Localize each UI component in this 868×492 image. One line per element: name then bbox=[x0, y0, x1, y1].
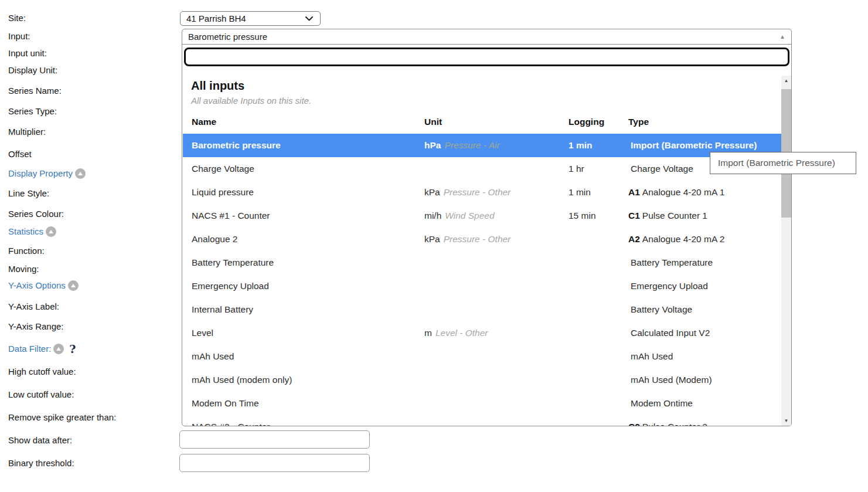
input-row[interactable]: Modem On Time Modem Ontime bbox=[183, 392, 782, 415]
input-unit: kPaPressure - Other bbox=[424, 228, 510, 251]
input-row[interactable]: Emergency Upload Emergency Upload bbox=[183, 274, 782, 298]
input-row[interactable]: Barometric pressure hPaPressure - Air 1 … bbox=[183, 134, 782, 157]
type-name: Emergency Upload bbox=[631, 281, 708, 291]
input-unit: mi/hWind Speed bbox=[424, 204, 495, 228]
input-type: Battery Voltage bbox=[628, 298, 692, 321]
type-name: Analogue 4-20 mA 1 bbox=[642, 187, 724, 197]
section-data-filter[interactable]: Data Filter:? bbox=[8, 342, 76, 355]
section-display-property[interactable]: Display Property bbox=[8, 167, 86, 180]
unit-category: Wind Speed bbox=[445, 211, 494, 220]
section-y-axis-options[interactable]: Y-Axis Options bbox=[8, 279, 79, 292]
input-logging: 1 min bbox=[569, 134, 592, 157]
label-offset: Offset bbox=[8, 148, 32, 161]
input-type: A1Analogue 4-20 mA 1 bbox=[628, 181, 724, 204]
site-select[interactable]: 41 Parrish BH4 bbox=[180, 11, 321, 26]
input-row[interactable]: mAh Used mAh Used bbox=[183, 345, 782, 368]
input-type: mAh Used bbox=[628, 345, 673, 368]
input-row[interactable]: Internal Battery Battery Voltage bbox=[183, 298, 782, 321]
label-input-unit: Input unit: bbox=[8, 47, 47, 60]
label-function: Function: bbox=[8, 245, 45, 257]
type-name: mAh Used (Modem) bbox=[631, 375, 712, 385]
type-prefix: C2 bbox=[628, 422, 640, 426]
label-remove-spike: Remove spike greater than: bbox=[8, 411, 116, 424]
collapse-up-icon[interactable] bbox=[46, 226, 56, 237]
label-y-axis-range: Y-Axis Range: bbox=[8, 320, 64, 333]
label-y-axis-label: Y-Axis Label: bbox=[8, 300, 59, 313]
unit-code: kPa bbox=[424, 234, 440, 244]
list-header-row: Name Unit Logging Type bbox=[183, 110, 782, 134]
input-unit bbox=[424, 368, 428, 392]
input-type: C2Pulse Counter 2 bbox=[628, 415, 707, 426]
input-logging: 15 min bbox=[569, 204, 596, 228]
section-statistics[interactable]: Statistics bbox=[8, 225, 56, 238]
input-type: Battery Temperature bbox=[628, 251, 713, 274]
type-prefix: A1 bbox=[628, 187, 640, 197]
label-low-cutoff: Low cutoff value: bbox=[8, 388, 74, 401]
section-display-property-label: Display Property bbox=[8, 168, 73, 178]
type-name: Charge Voltage bbox=[631, 164, 693, 174]
input-name: NACS #1 - Counter bbox=[192, 204, 270, 228]
column-header-logging: Logging bbox=[569, 110, 604, 134]
input-name: Charge Voltage bbox=[192, 157, 254, 181]
input-type: A2Analogue 4-20 mA 2 bbox=[628, 228, 724, 251]
collapse-up-icon[interactable] bbox=[75, 168, 86, 179]
unit-category: Pressure - Other bbox=[444, 234, 511, 244]
type-prefix: A2 bbox=[628, 234, 640, 244]
input-row[interactable]: Liquid pressure kPaPressure - Other 1 mi… bbox=[183, 181, 782, 204]
column-header-unit: Unit bbox=[424, 110, 442, 134]
type-prefix: C1 bbox=[628, 211, 640, 220]
show-data-after-input[interactable] bbox=[179, 430, 370, 449]
input-row[interactable]: Level mLevel - Other Calculated Input V2 bbox=[183, 321, 782, 345]
unit-category: Pressure - Other bbox=[444, 187, 511, 197]
input-list: Barometric pressure hPaPressure - Air 1 … bbox=[183, 134, 782, 426]
type-name: Calculated Input V2 bbox=[631, 328, 710, 338]
input-unit bbox=[424, 345, 428, 368]
binary-threshold-input[interactable] bbox=[179, 454, 370, 472]
unit-category: Pressure - Air bbox=[444, 140, 499, 150]
unit-code: mi/h bbox=[424, 211, 441, 220]
scrollbar-down-icon[interactable]: ▼ bbox=[781, 416, 791, 426]
section-statistics-label: Statistics bbox=[8, 226, 43, 236]
type-name: mAh Used bbox=[631, 351, 673, 361]
input-name: Analogue 2 bbox=[192, 228, 237, 251]
unit-category: Level - Other bbox=[435, 328, 488, 338]
input-row[interactable]: Analogue 2 kPaPressure - Other A2Analogu… bbox=[183, 228, 782, 251]
input-row[interactable]: Charge Voltage 1 hr Charge Voltage bbox=[183, 157, 782, 181]
input-combobox-value: Barometric pressure bbox=[188, 29, 267, 44]
label-high-cutoff: High cutoff value: bbox=[8, 365, 76, 378]
column-header-name: Name bbox=[192, 110, 216, 134]
unit-code: m bbox=[424, 328, 432, 338]
input-name: Battery Temperature bbox=[192, 251, 274, 274]
input-name: Liquid pressure bbox=[192, 181, 254, 204]
label-input: Input: bbox=[8, 30, 30, 43]
input-row[interactable]: NACS #2 - Counter C2Pulse Counter 2 bbox=[183, 415, 782, 426]
type-name: Pulse Counter 2 bbox=[642, 422, 707, 426]
input-unit: mLevel - Other bbox=[424, 321, 488, 345]
section-y-axis-options-label: Y-Axis Options bbox=[8, 280, 66, 290]
input-row[interactable]: mAh Used (modem only) mAh Used (Modem) bbox=[183, 368, 782, 392]
label-line-style: Line Style: bbox=[8, 187, 49, 200]
input-unit bbox=[424, 392, 428, 415]
input-search-field[interactable] bbox=[184, 47, 789, 66]
label-series-type: Series Type: bbox=[8, 105, 57, 118]
label-moving: Moving: bbox=[8, 263, 39, 276]
input-type: mAh Used (Modem) bbox=[628, 368, 712, 392]
list-scrollbar[interactable]: ▲ ▼ bbox=[781, 76, 791, 426]
input-type: Charge Voltage bbox=[628, 157, 693, 181]
label-series-name: Series Name: bbox=[8, 84, 62, 97]
scrollbar-up-icon[interactable]: ▲ bbox=[781, 76, 791, 86]
unit-code: hPa bbox=[424, 140, 441, 150]
collapse-up-icon[interactable] bbox=[53, 344, 64, 354]
scroll-up-icon[interactable]: ▲ bbox=[780, 29, 785, 44]
input-name: mAh Used bbox=[192, 345, 234, 368]
unit-code: kPa bbox=[424, 187, 440, 197]
input-row[interactable]: NACS #1 - Counter mi/hWind Speed 15 min … bbox=[183, 204, 782, 228]
input-unit bbox=[424, 298, 428, 321]
input-name: Barometric pressure bbox=[192, 134, 281, 157]
input-type: Calculated Input V2 bbox=[628, 321, 710, 345]
column-header-type: Type bbox=[628, 110, 649, 134]
input-row[interactable]: Battery Temperature Battery Temperature bbox=[183, 251, 782, 274]
collapse-up-icon[interactable] bbox=[68, 280, 79, 291]
input-combobox[interactable]: Barometric pressure ▲ bbox=[182, 29, 791, 45]
help-icon[interactable]: ? bbox=[69, 342, 76, 355]
